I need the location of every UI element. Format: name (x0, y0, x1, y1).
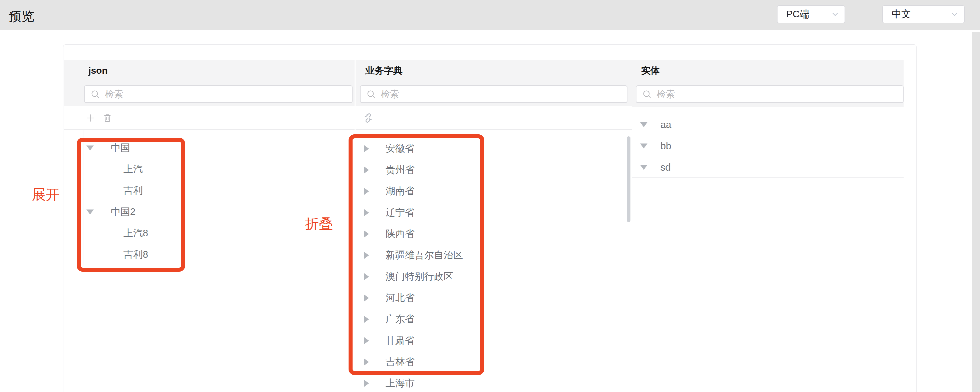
tree-item-label: 新疆维吾尔自治区 (386, 249, 463, 262)
tree-item[interactable]: sd (632, 157, 903, 178)
device-select-value: PC端 (786, 8, 809, 21)
caret-right-icon[interactable] (364, 337, 369, 344)
tree-item[interactable]: 澳门特别行政区 (355, 266, 632, 287)
dict-search-input[interactable] (380, 86, 624, 102)
tree-item[interactable]: 吉利8 (64, 244, 355, 265)
tree-item[interactable]: 吉利 (64, 180, 355, 202)
caret-right-icon[interactable] (364, 273, 369, 280)
tree-item[interactable]: 陕西省 (355, 223, 632, 244)
dict-scrollbar-thumb[interactable] (627, 136, 630, 222)
tree-item[interactable]: 贵州省 (355, 159, 632, 181)
tree-item[interactable]: 辽宁省 (355, 202, 632, 223)
tree-item-label: 吉利 (123, 184, 143, 197)
caret-right-icon[interactable] (364, 294, 369, 302)
tree-item-label: 吉林省 (386, 355, 415, 369)
dict-toolbar (356, 106, 632, 130)
topbar: 预览 PC端 中文 (0, 0, 980, 30)
tree-item[interactable]: 中国 (64, 137, 355, 159)
entity-panel-header: 实体 (632, 60, 904, 82)
caret-down-icon[interactable] (640, 165, 648, 170)
tree-item[interactable]: bb (632, 135, 903, 157)
tree-item[interactable]: 甘肃省 (355, 330, 632, 351)
page-title: 预览 (9, 8, 35, 25)
add-icon[interactable] (86, 113, 96, 123)
tree-item[interactable]: aa (632, 114, 903, 135)
caret-down-icon[interactable] (640, 144, 648, 149)
caret-right-icon[interactable] (364, 380, 369, 387)
caret-right-icon[interactable] (364, 145, 369, 152)
caret-down-icon[interactable] (86, 209, 94, 215)
page-scrollbar[interactable] (972, 32, 980, 392)
dict-tree: 安徽省贵州省湖南省辽宁省陕西省新疆维吾尔自治区澳门特别行政区河北省广东省甘肃省吉… (355, 138, 632, 392)
entity-search-input[interactable] (657, 86, 900, 102)
dict-panel-title: 业务字典 (365, 64, 402, 77)
dict-panel-header: 业务字典 (356, 60, 632, 82)
entity-tree: aabbsd (632, 114, 903, 178)
unlink-icon[interactable] (363, 113, 374, 123)
mapping-card: json 业务字典 实体 (63, 44, 916, 392)
tree-item[interactable]: 吉林省 (355, 351, 632, 373)
entity-search-box[interactable] (636, 85, 904, 103)
tree-item-label: 贵州省 (386, 163, 415, 177)
device-select[interactable]: PC端 (777, 5, 845, 23)
tree-item-label: 上汽 (123, 163, 143, 176)
tree-item-label: 陕西省 (386, 227, 415, 241)
json-tree: 中国上汽吉利中国2上汽8吉利8 (64, 137, 355, 265)
tree-item[interactable]: 新疆维吾尔自治区 (355, 244, 632, 266)
tree-item-label: sd (660, 162, 671, 173)
tree-item[interactable]: 湖南省 (355, 181, 632, 202)
language-select[interactable]: 中文 (882, 5, 965, 23)
tree-item-label: 安徽省 (386, 142, 415, 156)
tree-item-label: 中国 (111, 141, 130, 155)
tree-item-label: aa (660, 119, 671, 130)
json-search-box[interactable] (84, 85, 353, 103)
search-icon (90, 89, 101, 100)
tree-item-label: 甘肃省 (386, 334, 415, 348)
collapse-annotation-label: 折叠 (305, 215, 333, 233)
json-panel-header: json (64, 60, 355, 82)
tree-item[interactable]: 上汽 (64, 159, 355, 180)
json-panel-title: json (88, 65, 108, 76)
caret-right-icon[interactable] (364, 252, 369, 259)
dict-search-box[interactable] (360, 85, 627, 103)
caret-right-icon[interactable] (364, 316, 369, 323)
language-select-value: 中文 (892, 8, 911, 21)
tree-item-label: 吉利8 (123, 248, 148, 261)
preview-page: 预览 PC端 中文 json 业务字典 实体 (0, 0, 980, 392)
expand-annotation-label: 展开 (32, 185, 60, 204)
tree-item-label: bb (660, 141, 671, 152)
chevron-down-icon (830, 10, 840, 19)
json-toolbar (64, 106, 355, 130)
search-icon (642, 89, 652, 100)
tree-item-label: 澳门特别行政区 (386, 270, 453, 283)
caret-right-icon[interactable] (364, 230, 369, 238)
tree-item-label: 广东省 (386, 313, 415, 326)
tree-item[interactable]: 广东省 (355, 309, 632, 330)
trash-icon[interactable] (102, 113, 112, 123)
tree-item[interactable]: 安徽省 (355, 138, 632, 159)
tree-item-label: 上海市 (386, 377, 415, 390)
caret-right-icon[interactable] (364, 358, 369, 366)
column-divider (632, 60, 632, 392)
caret-right-icon[interactable] (364, 166, 369, 174)
tree-item-label: 辽宁省 (386, 206, 415, 219)
tree-item-label: 上汽8 (123, 227, 148, 240)
tree-item-label: 湖南省 (386, 185, 415, 198)
caret-right-icon[interactable] (364, 188, 369, 195)
search-icon (366, 89, 377, 100)
chevron-down-icon (950, 10, 959, 19)
caret-down-icon[interactable] (640, 122, 648, 127)
tree-item[interactable]: 上海市 (355, 373, 632, 392)
entity-panel-title: 实体 (641, 64, 660, 77)
json-search-input[interactable] (105, 86, 348, 102)
tree-item-label: 中国2 (111, 205, 135, 219)
tree-item-label: 河北省 (386, 291, 415, 305)
tree-item[interactable]: 河北省 (355, 287, 632, 309)
caret-right-icon[interactable] (364, 209, 369, 216)
caret-down-icon[interactable] (86, 146, 94, 151)
